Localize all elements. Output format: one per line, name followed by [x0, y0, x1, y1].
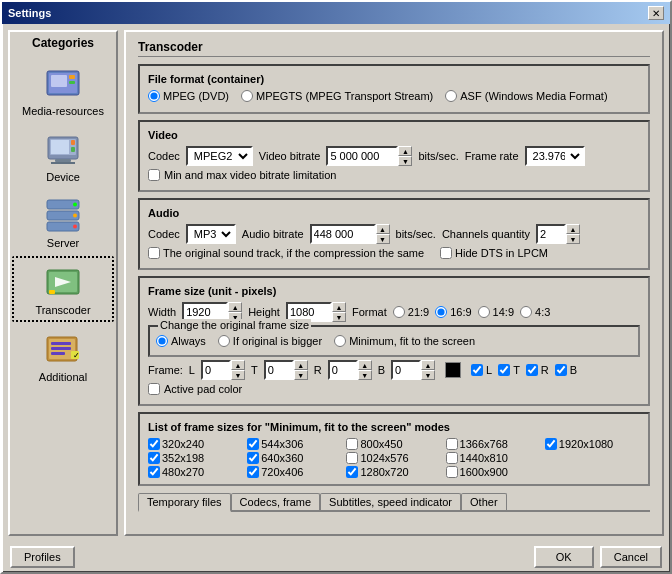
profiles-button[interactable]: Profiles [10, 546, 75, 568]
audio-bitrate-up[interactable]: ▲ [376, 224, 390, 234]
svg-rect-9 [71, 147, 75, 152]
framerate-label: Frame rate [465, 150, 519, 162]
settings-window: Settings ✕ Categories Media-resources [0, 0, 672, 574]
channels-label: Channels quantity [442, 228, 530, 240]
height-up[interactable]: ▲ [332, 302, 346, 312]
svg-rect-10 [55, 159, 71, 162]
format-14-9[interactable]: 14:9 [478, 306, 514, 318]
channels-input[interactable] [536, 224, 566, 244]
size-1920x1080[interactable]: 1920x1080 [545, 438, 640, 450]
sidebar-item-server[interactable]: Server [12, 190, 114, 254]
format-4-3[interactable]: 4:3 [520, 306, 550, 318]
size-800x450[interactable]: 800x450 [346, 438, 441, 450]
original-soundcheck[interactable]: The original sound track, if the compres… [148, 247, 424, 259]
size-1024x576[interactable]: 1024x576 [346, 452, 441, 464]
frame-l-up[interactable]: ▲ [231, 360, 245, 370]
framerate-select[interactable]: 23.976 25 29.97 [525, 146, 585, 166]
frame-r-spin: ▲ ▼ [328, 360, 372, 380]
sidebar-label-additional: Additional [39, 371, 87, 383]
hide-dts-check[interactable]: Hide DTS in LPCM [440, 247, 548, 259]
svg-rect-2 [51, 75, 67, 87]
color-swatch[interactable] [445, 362, 461, 378]
audio-bitrate-input[interactable] [310, 224, 376, 244]
format-21-9[interactable]: 21:9 [393, 306, 429, 318]
height-spinbtns: ▲ ▼ [332, 302, 346, 322]
audio-bitrate-spinbtns: ▲ ▼ [376, 224, 390, 244]
frame-l-input[interactable] [201, 360, 231, 380]
vb-check[interactable]: B [555, 364, 577, 376]
active-pad-checkbox[interactable] [148, 383, 160, 395]
frame-l-spin: ▲ ▼ [201, 360, 245, 380]
video-bitrate-input[interactable] [326, 146, 398, 166]
frame-b-input[interactable] [391, 360, 421, 380]
size-320x240[interactable]: 320x240 [148, 438, 243, 450]
sidebar-item-additional[interactable]: ✓ Additional [12, 324, 114, 388]
active-pad-row: Active pad color [148, 383, 640, 395]
height-down[interactable]: ▼ [332, 312, 346, 322]
categories-header: Categories [12, 36, 114, 50]
vt-check[interactable]: T [498, 364, 520, 376]
video-row1: Codec MPEG2 H.264 H.265 Video bitrate ▲ … [148, 146, 640, 166]
audio-bitrate-down[interactable]: ▼ [376, 234, 390, 244]
frame-t-input[interactable] [264, 360, 294, 380]
ok-button[interactable]: OK [534, 546, 594, 568]
vl-check[interactable]: L [471, 364, 492, 376]
channels-down[interactable]: ▼ [566, 234, 580, 244]
audio-codec-select[interactable]: MP3 AAC AC3 [186, 224, 236, 244]
change-always[interactable]: Always [156, 335, 206, 347]
frame-sizes-title: List of frame sizes for "Minimum, fit to… [148, 420, 640, 434]
frame-b-down[interactable]: ▼ [421, 370, 435, 380]
active-pad-label: Active pad color [164, 383, 242, 395]
change-minimum[interactable]: Minimum, fit to the screen [334, 335, 475, 347]
size-352x198[interactable]: 352x198 [148, 452, 243, 464]
empty-cell [545, 452, 640, 464]
tab-other[interactable]: Other [461, 493, 507, 510]
frame-r-up[interactable]: ▲ [358, 360, 372, 370]
change-if-bigger[interactable]: If original is bigger [218, 335, 322, 347]
video-bitrate-up[interactable]: ▲ [398, 146, 412, 156]
tab-subtitles[interactable]: Subtitles, speed indicator [320, 493, 461, 510]
size-480x270[interactable]: 480x270 [148, 466, 243, 478]
frame-b-up[interactable]: ▲ [421, 360, 435, 370]
size-1366x768[interactable]: 1366x768 [446, 438, 541, 450]
frame-r-input[interactable] [328, 360, 358, 380]
width-up[interactable]: ▲ [228, 302, 242, 312]
cancel-button[interactable]: Cancel [600, 546, 662, 568]
size-720x406[interactable]: 720x406 [247, 466, 342, 478]
vr-check[interactable]: R [526, 364, 549, 376]
size-640x360[interactable]: 640x360 [247, 452, 342, 464]
tab-temporary-files[interactable]: Temporary files [138, 493, 231, 512]
radio-asf[interactable]: ASF (Windows Media Format) [445, 90, 607, 102]
change-frame-label: Change the original frame size [158, 319, 311, 331]
video-codec-select[interactable]: MPEG2 H.264 H.265 [186, 146, 253, 166]
sidebar-item-transcoder[interactable]: Transcoder [12, 256, 114, 322]
hide-dts-checkbox[interactable] [440, 247, 452, 259]
bottom-bar: Profiles OK Cancel [2, 542, 670, 572]
minmax-checkbox[interactable] [148, 169, 160, 181]
hide-dts-label: Hide DTS in LPCM [455, 247, 548, 259]
sidebar-item-device[interactable]: Device [12, 124, 114, 188]
svg-point-17 [73, 225, 77, 229]
radio-mpeg-dvd[interactable]: MPEG (DVD) [148, 90, 229, 102]
video-bitrate-down[interactable]: ▼ [398, 156, 412, 166]
original-sound-checkbox[interactable] [148, 247, 160, 259]
frame-t-up[interactable]: ▲ [294, 360, 308, 370]
sidebar-item-media-resources[interactable]: Media-resources [12, 58, 114, 122]
size-544x306[interactable]: 544x306 [247, 438, 342, 450]
format-16-9[interactable]: 16:9 [435, 306, 471, 318]
frame-t-down[interactable]: ▼ [294, 370, 308, 380]
size-1600x900[interactable]: 1600x900 [446, 466, 541, 478]
svg-point-15 [73, 214, 77, 218]
channels-up[interactable]: ▲ [566, 224, 580, 234]
size-1440x810[interactable]: 1440x810 [446, 452, 541, 464]
close-button[interactable]: ✕ [648, 6, 664, 20]
device-icon [43, 129, 83, 169]
frame-r-down[interactable]: ▼ [358, 370, 372, 380]
tab-bar: Temporary files Codecs, frame Subtitles,… [138, 493, 650, 512]
minmax-row: Min and max video bitrate limitation [148, 169, 640, 181]
frame-l-down[interactable]: ▼ [231, 370, 245, 380]
svg-rect-7 [51, 140, 69, 154]
tab-codecs-frame[interactable]: Codecs, frame [231, 493, 321, 510]
size-1280x720[interactable]: 1280x720 [346, 466, 441, 478]
radio-mpegts[interactable]: MPEGTS (MPEG Transport Stream) [241, 90, 433, 102]
